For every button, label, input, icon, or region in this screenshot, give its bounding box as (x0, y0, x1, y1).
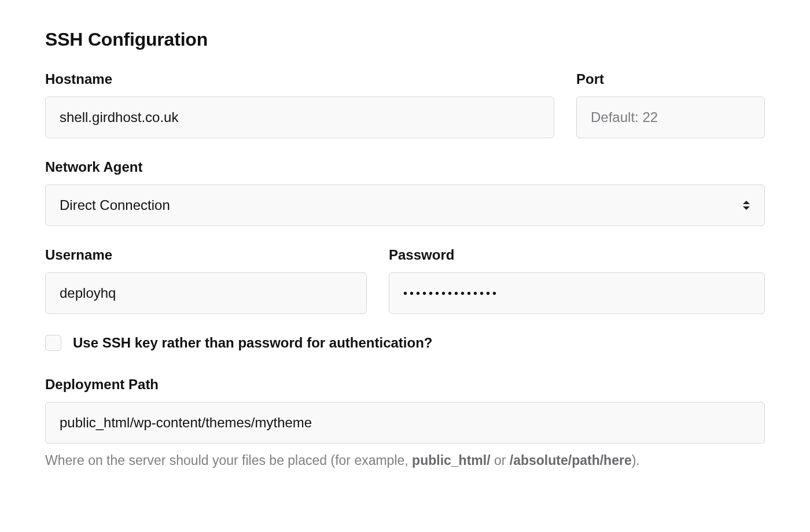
deployment-path-field: Deployment Path Where on the server shou… (45, 376, 765, 470)
help-text-middle: or (491, 453, 510, 468)
help-text-prefix: Where on the server should your files be… (45, 453, 412, 468)
ssh-key-checkbox-label: Use SSH key rather than password for aut… (73, 335, 432, 351)
network-agent-field: Network Agent Direct Connection (45, 159, 765, 226)
ssh-configuration-form: SSH Configuration Hostname Port Network … (0, 0, 810, 532)
help-text-example1: public_html/ (412, 453, 490, 468)
section-title: SSH Configuration (45, 29, 765, 50)
deployment-path-help: Where on the server should your files be… (45, 452, 765, 470)
network-agent-select[interactable]: Direct Connection (45, 184, 765, 226)
help-text-suffix: ). (632, 453, 640, 468)
password-label: Password (389, 247, 765, 263)
row-hostname-port: Hostname Port (45, 71, 765, 138)
help-text-example2: /absolute/path/here (510, 453, 632, 468)
hostname-label: Hostname (45, 71, 554, 87)
chevron-up-down-icon (741, 198, 752, 213)
port-field: Port (576, 71, 765, 138)
network-agent-label: Network Agent (45, 159, 765, 175)
username-label: Username (45, 247, 367, 263)
network-agent-selected: Direct Connection (60, 197, 750, 213)
ssh-key-checkbox[interactable] (45, 335, 61, 351)
username-field: Username (45, 247, 367, 314)
deployment-path-input[interactable] (45, 402, 765, 444)
deployment-path-label: Deployment Path (45, 376, 765, 393)
hostname-input[interactable] (45, 97, 554, 138)
password-input[interactable] (389, 272, 765, 314)
hostname-field: Hostname (45, 71, 554, 138)
ssh-key-checkbox-row[interactable]: Use SSH key rather than password for aut… (45, 335, 765, 351)
username-input[interactable] (45, 272, 367, 314)
password-field: Password (389, 247, 765, 314)
row-username-password: Username Password (45, 247, 765, 314)
port-label: Port (576, 71, 765, 87)
port-input[interactable] (576, 97, 765, 138)
